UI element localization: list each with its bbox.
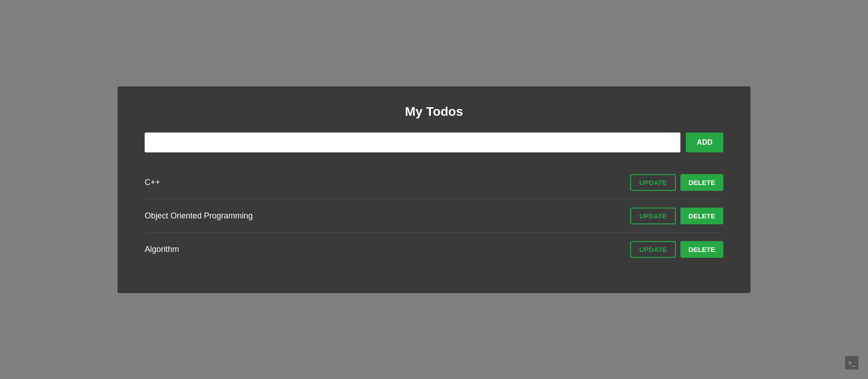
todo-item: Object Oriented ProgrammingUPDATEDELETE: [145, 199, 723, 233]
update-button[interactable]: UPDATE: [630, 174, 676, 191]
update-button[interactable]: UPDATE: [630, 241, 676, 258]
app-container: My Todos ADD C++UPDATEDELETEObject Orien…: [118, 86, 750, 293]
delete-button[interactable]: DELETE: [680, 174, 723, 191]
update-button[interactable]: UPDATE: [630, 208, 676, 224]
todo-text: Algorithm: [145, 245, 179, 254]
todo-list: C++UPDATEDELETEObject Oriented Programmi…: [145, 166, 723, 266]
delete-button[interactable]: DELETE: [680, 241, 723, 258]
terminal-icon[interactable]: >_: [844, 355, 859, 370]
app-title: My Todos: [145, 104, 723, 119]
todo-text: Object Oriented Programming: [145, 211, 253, 221]
todo-item: C++UPDATEDELETE: [145, 166, 723, 199]
todo-text: C++: [145, 178, 160, 187]
todo-actions: UPDATEDELETE: [630, 241, 723, 258]
todo-item: AlgorithmUPDATEDELETE: [145, 233, 723, 266]
todo-actions: UPDATEDELETE: [630, 208, 723, 224]
delete-button[interactable]: DELETE: [680, 208, 723, 224]
input-row: ADD: [145, 133, 723, 152]
todo-input[interactable]: [145, 133, 680, 152]
add-button[interactable]: ADD: [686, 133, 723, 152]
todo-actions: UPDATEDELETE: [630, 174, 723, 191]
